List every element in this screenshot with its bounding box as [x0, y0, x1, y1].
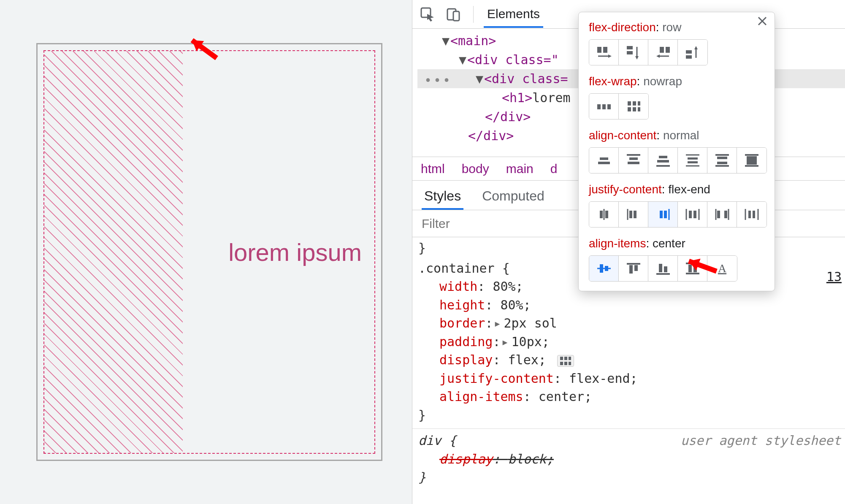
annotation-arrow-topleft: [181, 30, 228, 68]
svg-rect-42: [629, 157, 638, 160]
svg-rect-14: [597, 47, 601, 53]
flex-editor-open-icon[interactable]: [557, 355, 574, 367]
svg-rect-34: [633, 101, 636, 106]
css-rule-display[interactable]: display: flex;: [418, 351, 843, 369]
group-justify-content: justify-content: flex-end: [589, 183, 764, 228]
svg-rect-39: [600, 157, 608, 160]
svg-rect-33: [628, 101, 631, 106]
svg-rect-80: [600, 264, 603, 273]
css-rule-border[interactable]: border:▸2px sol: [418, 314, 843, 333]
svg-rect-26: [686, 50, 692, 54]
svg-rect-36: [628, 107, 631, 111]
group-flex-wrap: flex-wrap: nowrap: [589, 75, 764, 119]
justify-content-space-between-icon[interactable]: [707, 202, 737, 227]
align-content-space-around-icon[interactable]: [678, 148, 707, 173]
svg-rect-40: [598, 162, 610, 164]
svg-rect-77: [753, 211, 755, 218]
device-toggle-icon[interactable]: [444, 5, 463, 24]
svg-rect-8: [569, 357, 571, 360]
svg-marker-29: [694, 46, 698, 49]
svg-rect-31: [602, 104, 606, 109]
svg-rect-68: [689, 211, 692, 218]
justify-content-end-icon[interactable]: [648, 202, 678, 227]
svg-marker-25: [656, 54, 660, 58]
svg-rect-38: [638, 107, 640, 111]
svg-rect-56: [747, 156, 757, 165]
justify-content-space-around-icon[interactable]: [678, 202, 707, 227]
align-content-end-icon[interactable]: [648, 148, 678, 173]
flex-wrap-nowrap-icon[interactable]: [589, 94, 619, 119]
svg-rect-7: [564, 357, 567, 360]
tab-computed[interactable]: Computed: [482, 188, 544, 210]
flex-direction-column-reverse-icon[interactable]: [678, 40, 707, 65]
flexbox-editor-popover: flex-direction: row flex-wrap: nowrap al…: [578, 12, 775, 291]
css-rule-justify-content[interactable]: justify-content: flex-end;: [418, 369, 843, 388]
align-content-stretch-icon[interactable]: [737, 148, 766, 173]
svg-rect-30: [597, 104, 601, 109]
css-ua-close: }: [418, 468, 843, 487]
group-align-items: align-items: center A: [589, 237, 764, 282]
svg-rect-19: [627, 51, 633, 54]
flex-direction-row-reverse-icon[interactable]: [648, 40, 678, 65]
svg-rect-37: [633, 107, 636, 111]
toolbar-separator: [473, 6, 474, 23]
svg-rect-6: [560, 357, 563, 360]
tab-elements[interactable]: Elements: [484, 1, 543, 28]
svg-rect-73: [724, 211, 727, 218]
css-rule-height[interactable]: height: 80%;: [418, 296, 843, 314]
group-flex-direction: flex-direction: row: [589, 21, 764, 65]
justify-content-start-icon[interactable]: [619, 202, 648, 227]
breadcrumb-body[interactable]: body: [462, 162, 489, 176]
close-icon[interactable]: [757, 16, 769, 28]
svg-rect-62: [629, 211, 632, 218]
svg-rect-52: [717, 157, 727, 159]
justify-content-center-icon[interactable]: [589, 202, 619, 227]
flex-wrap-wrap-icon[interactable]: [619, 94, 648, 119]
breadcrumb-main[interactable]: main: [506, 162, 534, 176]
flex-direction-column-icon[interactable]: [619, 40, 648, 65]
flex-container-outline: lorem ipsum: [43, 50, 375, 454]
svg-marker-17: [608, 54, 612, 58]
svg-rect-11: [569, 362, 571, 365]
svg-rect-44: [659, 156, 667, 158]
svg-rect-35: [638, 101, 640, 106]
inspect-icon[interactable]: [418, 5, 437, 24]
svg-rect-18: [627, 46, 633, 49]
svg-rect-23: [666, 47, 670, 53]
breadcrumb-html[interactable]: html: [421, 162, 445, 176]
svg-rect-32: [607, 104, 611, 109]
align-items-center-icon[interactable]: [589, 256, 619, 281]
svg-rect-60: [605, 211, 608, 218]
group-align-content: align-content: normal: [589, 129, 764, 173]
align-content-space-between-icon[interactable]: [707, 148, 737, 173]
svg-rect-72: [717, 211, 720, 218]
heading-text: lorem ipsum: [228, 238, 362, 266]
svg-rect-83: [629, 265, 633, 274]
svg-rect-22: [660, 47, 664, 53]
svg-rect-76: [748, 211, 751, 218]
tab-styles[interactable]: Styles: [424, 188, 461, 210]
source-link[interactable]: 13: [826, 269, 842, 284]
align-items-end-icon[interactable]: [648, 256, 678, 281]
align-content-center-icon[interactable]: [589, 148, 619, 173]
svg-rect-9: [560, 362, 563, 365]
justify-content-space-evenly-icon[interactable]: [737, 202, 766, 227]
css-rule-align-items[interactable]: align-items: center;: [418, 387, 843, 406]
flex-free-space-hatch: [44, 51, 183, 453]
svg-rect-45: [657, 160, 669, 163]
svg-rect-58: [600, 211, 603, 218]
container-box: lorem ipsum: [36, 43, 382, 461]
svg-rect-64: [660, 211, 663, 218]
flex-direction-row-icon[interactable]: [589, 40, 619, 65]
svg-rect-63: [634, 211, 636, 218]
svg-rect-53: [717, 162, 727, 164]
css-rule-close: }: [418, 406, 843, 425]
breadcrumb-d[interactable]: d: [550, 162, 558, 176]
more-actions-icon[interactable]: •••: [424, 71, 452, 90]
css-selector-div[interactable]: div {: [418, 433, 456, 448]
align-items-start-icon[interactable]: [619, 256, 648, 281]
align-content-start-icon[interactable]: [619, 148, 648, 173]
css-ua-rule-display[interactable]: display: block;: [418, 450, 843, 469]
css-rule-padding[interactable]: padding:▸10px;: [418, 333, 843, 351]
page-preview: lorem ipsum: [0, 0, 412, 504]
